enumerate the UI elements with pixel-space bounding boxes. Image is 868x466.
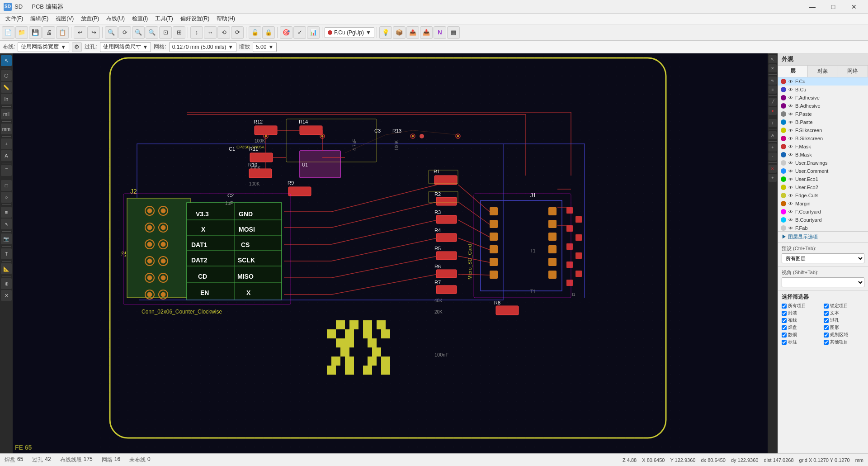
layer-item-Edge-Cuts[interactable]: 👁Edge.Cuts (778, 191, 868, 200)
scripting-tool[interactable]: T (1, 248, 12, 259)
layer-item-F-Fab[interactable]: 👁F.Fab (778, 224, 868, 231)
layer-item-Margin[interactable]: 👁Margin (778, 200, 868, 208)
rt-tool-2[interactable]: ∿ (769, 76, 777, 85)
layer-visibility-icon[interactable]: 👁 (788, 95, 793, 100)
layer-visibility-icon[interactable]: 👁 (788, 128, 793, 133)
layer-item-B-Adhesive[interactable]: 👁B.Adhesive (778, 102, 868, 110)
close-button[interactable]: ✕ (844, 0, 864, 14)
rt-zoom-in[interactable]: + (769, 143, 777, 152)
select-tool[interactable]: ↖ (1, 55, 12, 66)
delete-tool[interactable]: ✕ (1, 290, 12, 301)
fill-zone-tool[interactable]: ≡ (1, 207, 12, 218)
layer-item-F-Paste[interactable]: 👁F.Paste (778, 110, 868, 118)
ratsnest-button[interactable]: 🎯 (280, 26, 292, 39)
layer-visibility-icon[interactable]: 👁 (788, 112, 793, 117)
rt-tool-1[interactable]: ✕ (769, 64, 777, 72)
layer-visibility-icon[interactable]: 👁 (788, 169, 793, 174)
layer-visibility-icon[interactable]: 👁 (788, 120, 793, 125)
filter-checkbox-数铜[interactable] (782, 333, 787, 338)
draw-arc-tool[interactable]: ⌒ (1, 165, 12, 176)
menu-item-视图[interactable]: 视图(V) (52, 14, 77, 24)
layer-item-F-Silkscreen[interactable]: 👁F.Silkscreen (778, 126, 868, 134)
zoom-area-button[interactable]: ⊞ (173, 26, 185, 39)
import-button[interactable]: 📥 (420, 26, 433, 39)
netlist-button[interactable]: 📊 (307, 26, 320, 39)
zoom-fit-button[interactable]: ⊡ (159, 26, 172, 39)
rt-tool-3[interactable]: ≡ (769, 86, 777, 94)
preset-dropdown[interactable]: 所有图层 (782, 253, 864, 263)
active-layer-dropdown[interactable]: F.Cu (PgUp) ▼ (325, 27, 374, 38)
rt-tool-5[interactable]: ● (769, 107, 777, 115)
layer-item-F-Cu[interactable]: 👁F.Cu (778, 77, 868, 86)
undo-button[interactable]: ↩ (74, 26, 86, 39)
menu-item-文件[interactable]: 文件(F) (2, 14, 27, 24)
inspect-tool[interactable]: 📏 (1, 82, 12, 93)
screenshot-tool[interactable]: 📷 (1, 233, 12, 244)
rt-tool-7[interactable]: A (769, 131, 777, 139)
flip-h-button[interactable]: ↕ (190, 26, 203, 39)
wire-settings-btn[interactable]: ⚙ (72, 42, 82, 52)
pcb-canvas-area[interactable]: J2 (13, 53, 768, 453)
rt-select-btn[interactable]: ↖ (769, 55, 777, 63)
highlight-button[interactable]: 💡 (379, 26, 392, 39)
rt-grid[interactable]: ✕ (769, 165, 777, 173)
layer-item-B-Courtyard[interactable]: 👁B.Courtyard (778, 216, 868, 224)
rt-tool-6[interactable]: T (769, 119, 777, 127)
pcb-lib-button[interactable]: 📦 (393, 26, 406, 39)
menu-item-帮助[interactable]: 帮助(H) (213, 14, 239, 24)
menu-item-工具[interactable]: 工具(T) (151, 14, 176, 24)
layer-item-F-Courtyard[interactable]: 👁F.Courtyard (778, 208, 868, 216)
layer-item-User-Drawings[interactable]: 👁User.Drawings (778, 159, 868, 167)
layer-visibility-icon[interactable]: 👁 (788, 185, 793, 190)
layer-visibility-icon[interactable]: 👁 (788, 87, 793, 92)
open-button[interactable]: 📁 (15, 26, 28, 39)
menu-item-编辑[interactable]: 编辑(E) (27, 14, 52, 24)
drc-button[interactable]: ✓ (293, 26, 306, 39)
filter-checkbox-规划区域[interactable] (824, 333, 829, 338)
grid-display-button[interactable]: ▦ (447, 26, 460, 39)
diff-pair-tool[interactable]: in (1, 94, 12, 105)
filter-checkbox-标注[interactable] (782, 340, 787, 345)
export-button[interactable]: 📤 (406, 26, 419, 39)
layer-visibility-icon[interactable]: 👁 (788, 161, 793, 166)
grid-size-dropdown[interactable]: 0.1270 mm (5.00 mils) ▼ (169, 42, 236, 52)
filter-checkbox-过孔[interactable] (824, 318, 829, 323)
filter-checkbox-布线[interactable] (782, 318, 787, 323)
layer-visibility-icon[interactable]: 👁 (788, 218, 793, 223)
layer-visibility-icon[interactable]: 👁 (788, 193, 793, 198)
layer-visibility-icon[interactable]: 👁 (788, 144, 793, 149)
layer-item-User-Comment[interactable]: 👁User.Comment (778, 167, 868, 175)
rt-plus[interactable]: + (769, 174, 777, 182)
add-footprint-tool[interactable]: + (1, 138, 12, 149)
layer-item-User-Eco1[interactable]: 👁User.Eco1 (778, 175, 868, 183)
rt-tool-4[interactable]: ╱ (769, 98, 777, 106)
new-button[interactable]: 📄 (2, 26, 14, 39)
filter-checkbox-封装[interactable] (782, 311, 787, 316)
draw-circle-tool[interactable]: ○ (1, 192, 12, 203)
layer-item-F-Mask[interactable]: 👁F.Mask (778, 143, 868, 151)
tab-objects[interactable]: 对象 (808, 66, 838, 77)
layer-visibility-icon[interactable]: 👁 (788, 136, 793, 141)
layer-visibility-icon[interactable]: 👁 (788, 104, 793, 109)
layer-item-User-Eco2[interactable]: 👁User.Eco2 (778, 183, 868, 191)
layer-visibility-icon[interactable]: 👁 (788, 177, 793, 182)
menu-item-放置[interactable]: 放置(P) (77, 14, 103, 24)
rt-zoom-out[interactable]: - (769, 152, 777, 161)
view-dropdown[interactable]: --- (782, 277, 864, 287)
layer-item-B-Mask[interactable]: 👁B.Mask (778, 151, 868, 159)
draw-mm-tool[interactable]: mm (1, 124, 12, 134)
filter-checkbox-其他项目[interactable] (824, 340, 829, 345)
save-button[interactable]: 💾 (29, 26, 42, 39)
measure-tool[interactable]: 📐 (1, 263, 12, 274)
layer-item-B-Paste[interactable]: 👁B.Paste (778, 118, 868, 126)
filter-checkbox-锁定项目[interactable] (824, 304, 829, 309)
zoom-dropdown[interactable]: 5.00 ▼ (253, 42, 277, 52)
rotate-cw-button[interactable]: ⟲ (217, 26, 230, 39)
minimize-button[interactable]: — (802, 0, 823, 14)
layer-item-B-Silkscreen[interactable]: 👁B.Silkscreen (778, 134, 868, 143)
unlock-button[interactable]: 🔒 (262, 26, 275, 39)
find-button[interactable]: 🔍 (105, 26, 118, 39)
wire-width-dropdown[interactable]: 使用网络类宽度 ▼ (18, 42, 69, 52)
layer-display-options[interactable]: ▶ 图层显示选项 (778, 231, 868, 242)
tuning-tool[interactable]: ∿ (1, 219, 12, 229)
